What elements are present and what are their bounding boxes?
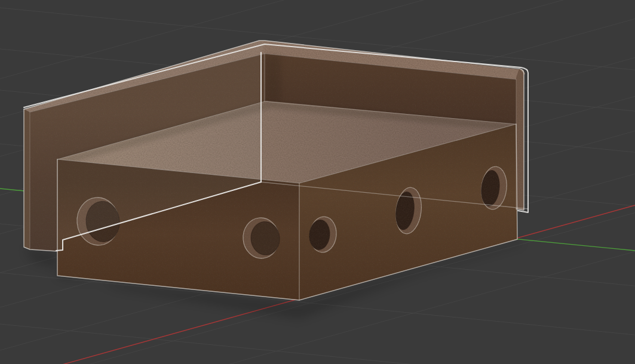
viewport-3d[interactable] bbox=[0, 0, 635, 364]
scene-canvas[interactable] bbox=[0, 0, 635, 364]
